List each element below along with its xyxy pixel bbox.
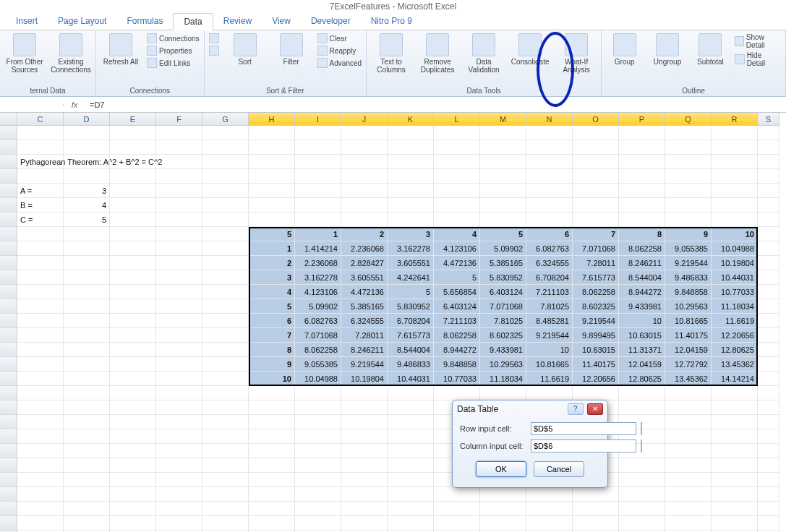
cell[interactable] [202,502,249,516]
dialog-close-button[interactable]: ✕ [587,403,603,415]
cell[interactable]: 5.830952 [388,299,434,314]
cell[interactable] [17,415,64,429]
cell[interactable] [64,487,110,502]
column-header[interactable]: K [388,113,434,126]
row-header[interactable] [0,241,17,256]
cell[interactable] [526,386,573,400]
cell[interactable]: 6.082763 [295,314,341,328]
cell[interactable] [526,155,573,169]
cell[interactable] [17,256,64,270]
cell[interactable] [110,314,156,328]
cell[interactable] [341,140,388,155]
cell[interactable] [341,415,388,429]
cell[interactable] [388,516,434,531]
cell[interactable]: 4 [249,285,295,299]
row-header[interactable] [0,126,17,140]
tab-view[interactable]: View [262,13,301,30]
cell[interactable]: 7.81025 [480,314,526,328]
row-header[interactable] [0,386,17,400]
cell[interactable] [758,126,779,140]
cell[interactable]: 11.18034 [712,299,758,314]
cell[interactable] [64,343,110,357]
cell[interactable] [110,285,156,299]
cell[interactable]: 9.486833 [388,357,434,372]
cell[interactable] [110,372,156,386]
cell[interactable] [480,140,526,155]
row-header[interactable] [0,213,17,227]
cell[interactable] [110,357,156,372]
filter-button[interactable]: Filter [271,32,312,67]
cell[interactable] [480,213,526,227]
column-header[interactable]: I [295,113,341,126]
cell[interactable] [712,213,758,227]
cell[interactable] [758,357,779,372]
row-header[interactable] [0,400,17,415]
cell[interactable] [526,140,573,155]
cell[interactable] [341,126,388,140]
sort-quick-button[interactable] [209,46,219,56]
cell[interactable] [388,502,434,516]
cell[interactable]: 8.485281 [526,314,573,328]
cell[interactable] [712,487,758,502]
cell[interactable] [388,473,434,487]
cell[interactable] [64,299,110,314]
cell[interactable] [64,502,110,516]
cell[interactable] [110,270,156,285]
cell[interactable] [64,400,110,415]
cell[interactable]: 6.324555 [341,314,388,328]
cell[interactable] [202,213,249,227]
cell[interactable] [202,169,249,184]
cell[interactable] [665,126,712,140]
row-header[interactable] [0,415,17,429]
data-validation-button[interactable]: Data Validation [464,32,504,75]
column-header[interactable]: H [249,113,295,126]
cell[interactable] [156,140,202,155]
cell[interactable] [573,155,619,169]
cell[interactable] [202,126,249,140]
cell[interactable]: 11.31371 [619,343,665,357]
cell[interactable]: 3.162278 [388,241,434,256]
cell[interactable] [434,487,480,502]
cell[interactable] [17,502,64,516]
cell[interactable]: 10 [619,314,665,328]
cell[interactable] [665,213,712,227]
cell[interactable] [619,386,665,400]
cell[interactable]: 12.20656 [573,372,619,386]
cell[interactable] [295,184,341,198]
cell[interactable]: 9.899495 [573,328,619,343]
cell[interactable]: 4.472136 [434,256,480,270]
subtotal-button[interactable]: Subtotal [692,32,729,67]
clear-button[interactable]: Clear [317,33,362,43]
cell[interactable] [573,502,619,516]
cell[interactable]: 8.062258 [573,285,619,299]
cell[interactable]: 10 [249,372,295,386]
cell[interactable]: 7 [573,227,619,241]
cell[interactable]: 9.219544 [341,357,388,372]
cell[interactable]: 4 [434,227,480,241]
cell[interactable]: 10.04988 [712,241,758,256]
cell[interactable] [758,343,779,357]
cell[interactable] [110,213,156,227]
cell[interactable] [388,140,434,155]
cell[interactable]: 7.28011 [341,328,388,343]
cell[interactable] [110,502,156,516]
cell[interactable]: 6.708204 [526,270,573,285]
cell[interactable] [295,155,341,169]
cell[interactable] [619,473,665,487]
cell[interactable] [64,458,110,473]
cell[interactable]: 5.656854 [434,285,480,299]
cell[interactable] [480,198,526,213]
cell[interactable] [712,502,758,516]
column-header[interactable]: F [156,113,202,126]
cell[interactable] [64,357,110,372]
row-header[interactable] [0,198,17,213]
cell[interactable]: 7.211103 [434,314,480,328]
cell[interactable] [64,140,110,155]
cell[interactable] [434,155,480,169]
cell[interactable]: 10.63015 [573,343,619,357]
cell[interactable] [110,328,156,343]
cell[interactable]: 10 [526,343,573,357]
cell[interactable] [202,256,249,270]
cell[interactable] [156,155,202,169]
cell[interactable] [110,516,156,531]
